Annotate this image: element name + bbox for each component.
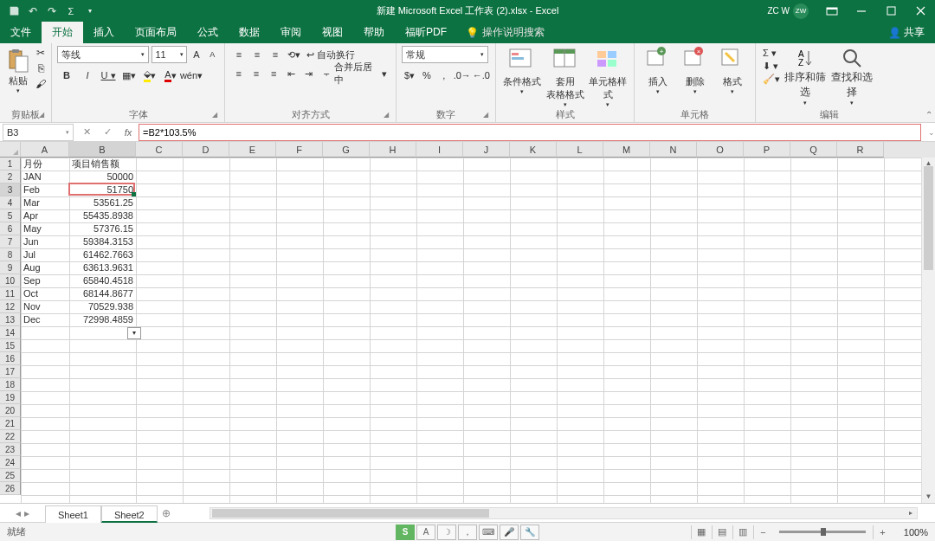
row-header-14[interactable]: 14 [0, 326, 21, 339]
decrease-decimal-icon[interactable]: ←.0 [473, 67, 490, 84]
hscroll-thumb[interactable] [212, 509, 489, 518]
row-header-13[interactable]: 13 [0, 313, 21, 326]
row-header-18[interactable]: 18 [0, 378, 21, 391]
cell-B11[interactable]: 68144.8677 [69, 287, 136, 300]
row-header-17[interactable]: 17 [0, 365, 21, 378]
cell-B2[interactable]: 50000 [69, 171, 136, 183]
column-header-A[interactable]: A [21, 142, 69, 158]
cell-A12[interactable]: Nov [21, 300, 69, 313]
decrease-indent-icon[interactable]: ⇤ [283, 65, 300, 82]
sheet-nav[interactable]: ◂▸ [0, 507, 45, 519]
row-header-2[interactable]: 2 [0, 171, 21, 183]
formula-input[interactable] [143, 127, 273, 138]
cell-B13[interactable]: 72998.4859 [69, 313, 136, 326]
cell-A10[interactable]: Sep [21, 274, 69, 287]
tell-me-search[interactable]: 💡操作说明搜索 [457, 25, 553, 40]
ime-logo-icon[interactable]: S [396, 525, 415, 540]
tab-review[interactable]: 审阅 [270, 22, 312, 43]
column-header-E[interactable]: E [229, 142, 276, 158]
autofill-options-icon[interactable]: ▾ [127, 327, 141, 339]
font-color-button[interactable]: A▾ [161, 67, 180, 84]
ime-keyboard-icon[interactable]: ⌨ [479, 525, 498, 540]
format-cells-button[interactable]: 格式▾ [714, 46, 750, 95]
select-all-button[interactable] [0, 142, 21, 158]
row-header-23[interactable]: 23 [0, 443, 21, 456]
normal-view-icon[interactable]: ▦ [691, 525, 710, 539]
cells-area[interactable]: 月份项目销售额JAN50000Feb51750Mar53561.25Apr554… [21, 158, 935, 503]
row-header-25[interactable]: 25 [0, 469, 21, 482]
column-header-B[interactable]: B [69, 142, 136, 158]
cell-A7[interactable]: Jun [21, 235, 69, 248]
row-header-8[interactable]: 8 [0, 248, 21, 261]
ime-moon-icon[interactable]: ☽ [437, 525, 456, 540]
maximize-icon[interactable] [876, 0, 906, 22]
cell-B7[interactable]: 59384.3153 [69, 235, 136, 248]
row-header-11[interactable]: 11 [0, 287, 21, 300]
column-header-M[interactable]: M [603, 142, 650, 158]
tab-view[interactable]: 视图 [312, 22, 353, 43]
row-header-5[interactable]: 5 [0, 209, 21, 222]
row-header-21[interactable]: 21 [0, 417, 21, 430]
row-header-4[interactable]: 4 [0, 196, 21, 209]
row-header-3[interactable]: 3 [0, 183, 21, 196]
row-header-9[interactable]: 9 [0, 261, 21, 274]
zoom-slider[interactable] [779, 531, 866, 533]
cell-B12[interactable]: 70529.938 [69, 300, 136, 313]
insert-function-icon[interactable]: fx [118, 124, 139, 141]
ime-settings-icon[interactable]: 🔧 [520, 525, 539, 540]
enter-formula-icon[interactable]: ✓ [97, 124, 118, 141]
tab-data[interactable]: 数据 [229, 22, 270, 43]
find-select-button[interactable]: 查找和选择▾ [829, 46, 875, 106]
column-header-P[interactable]: P [744, 142, 790, 158]
row-header-26[interactable]: 26 [0, 482, 21, 495]
phonetic-button[interactable]: wén▾ [182, 67, 201, 84]
row-header-10[interactable]: 10 [0, 274, 21, 287]
ime-mic-icon[interactable]: 🎤 [500, 525, 519, 540]
merge-center-button[interactable]: ⫟合并后居中 ▾ [319, 65, 390, 82]
cell-B1[interactable]: 项目销售额 [69, 158, 136, 171]
cell-B4[interactable]: 53561.25 [69, 196, 136, 209]
zoom-in-icon[interactable]: + [873, 525, 892, 539]
number-launcher[interactable]: ◢ [483, 111, 492, 119]
row-header-6[interactable]: 6 [0, 222, 21, 235]
font-name-select[interactable]: 等线▾ [57, 46, 149, 63]
cell-A9[interactable]: Aug [21, 261, 69, 274]
comma-button[interactable]: , [436, 67, 452, 84]
format-painter-icon[interactable]: 🖌 [33, 77, 48, 91]
cell-B3[interactable]: 51750 [69, 183, 136, 196]
minimize-icon[interactable] [847, 0, 876, 22]
row-header-20[interactable]: 20 [0, 404, 21, 417]
expand-formula-bar-icon[interactable]: ⌄ [928, 128, 935, 137]
tab-file[interactable]: 文件 [0, 22, 42, 43]
ime-toolbar[interactable]: S A ☽ ， ⌨ 🎤 🔧 [396, 525, 539, 540]
cell-A6[interactable]: May [21, 222, 69, 235]
sheet-tab-2[interactable]: Sheet2 [101, 505, 158, 523]
tab-home[interactable]: 开始 [42, 22, 83, 43]
sort-filter-button[interactable]: AZ排序和筛选▾ [782, 46, 829, 106]
column-header-G[interactable]: G [323, 142, 370, 158]
font-launcher[interactable]: ◢ [212, 111, 221, 119]
cell-A8[interactable]: Jul [21, 248, 69, 261]
tab-foxit[interactable]: 福昕PDF [395, 22, 457, 43]
insert-cells-button[interactable]: +插入▾ [640, 46, 675, 95]
copy-icon[interactable]: ⎘ [33, 61, 48, 75]
increase-font-icon[interactable]: A [190, 47, 203, 62]
save-icon[interactable] [7, 4, 21, 18]
paste-button[interactable]: 粘贴 ▾ [5, 46, 31, 94]
undo-icon[interactable]: ↶ [26, 4, 40, 18]
align-center-icon[interactable]: ≡ [248, 65, 264, 82]
percent-button[interactable]: % [419, 67, 435, 84]
column-header-D[interactable]: D [183, 142, 229, 158]
column-header-N[interactable]: N [650, 142, 697, 158]
tab-help[interactable]: 帮助 [353, 22, 395, 43]
table-format-button[interactable]: 套用 表格格式▾ [545, 46, 586, 108]
share-button[interactable]: 👤共享 [878, 25, 935, 40]
row-header-22[interactable]: 22 [0, 430, 21, 443]
scroll-right-icon[interactable]: ▸ [905, 508, 917, 518]
cell-B6[interactable]: 57376.15 [69, 222, 136, 235]
cell-styles-button[interactable]: 单元格样式▾ [587, 46, 629, 108]
column-header-L[interactable]: L [557, 142, 603, 158]
page-break-view-icon[interactable]: ▥ [732, 525, 751, 539]
vscroll-thumb[interactable] [924, 166, 933, 270]
italic-button[interactable]: I [78, 67, 97, 84]
